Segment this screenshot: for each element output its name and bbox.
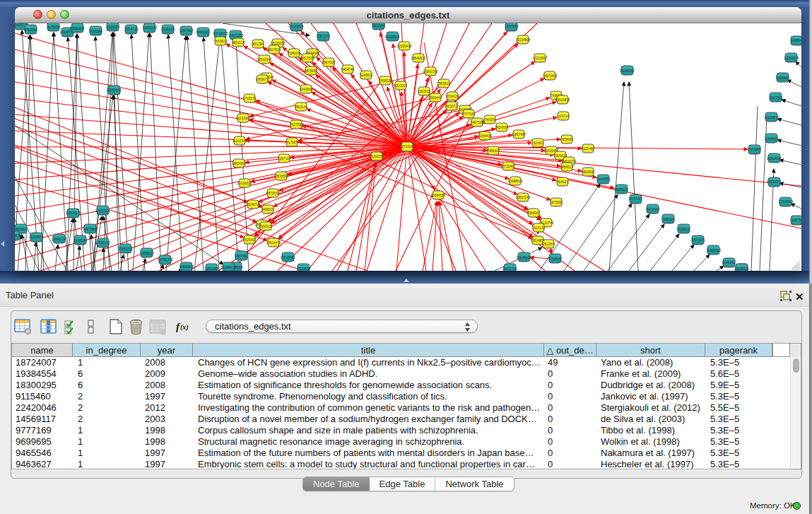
- svg-text:16046738: 16046738: [246, 203, 261, 206]
- svg-text:17016504: 17016504: [779, 200, 794, 204]
- svg-text:9782554: 9782554: [24, 28, 37, 32]
- svg-text:16033809: 16033809: [289, 25, 304, 28]
- svg-text:16914479: 16914479: [266, 241, 281, 245]
- svg-text:19916898: 19916898: [555, 98, 570, 102]
- svg-text:9457791: 9457791: [235, 255, 248, 258]
- svg-text:8427552: 8427552: [290, 123, 303, 127]
- svg-text:7625402: 7625402: [243, 238, 257, 242]
- svg-text:16398420: 16398420: [221, 266, 236, 269]
- svg-text:1640954: 1640954: [597, 177, 611, 181]
- svg-text:891295: 891295: [252, 42, 264, 46]
- svg-text:2867608: 2867608: [322, 61, 336, 64]
- svg-text:8395625: 8395625: [259, 225, 273, 228]
- svg-text:1698646: 1698646: [791, 39, 801, 42]
- svg-text:1527602: 1527602: [180, 29, 194, 33]
- svg-text:9327508: 9327508: [301, 57, 314, 60]
- svg-text:9777169: 9777169: [462, 112, 476, 116]
- svg-text:8186328: 8186328: [288, 52, 301, 55]
- svg-text:16543342: 16543342: [257, 58, 272, 62]
- svg-text:10654112: 10654112: [707, 249, 722, 252]
- svg-text:116753: 116753: [792, 218, 801, 222]
- svg-text:1362615: 1362615: [418, 90, 431, 93]
- svg-text:25300253: 25300253: [370, 155, 384, 158]
- svg-text:10958107: 10958107: [140, 252, 155, 255]
- svg-text:17353924: 17353924: [95, 209, 110, 213]
- svg-text:16154808: 16154808: [516, 38, 531, 42]
- svg-text:12842737: 12842737: [52, 238, 66, 241]
- svg-text:1145194: 1145194: [74, 239, 87, 243]
- svg-text:7955812: 7955812: [437, 82, 451, 86]
- svg-text:9329966: 9329966: [776, 76, 789, 80]
- svg-text:2087682: 2087682: [505, 25, 519, 28]
- svg-text:252254: 252254: [543, 243, 554, 246]
- svg-text:3267110: 3267110: [278, 157, 290, 160]
- svg-text:9474444: 9474444: [647, 208, 660, 211]
- svg-text:18640910: 18640910: [411, 57, 426, 60]
- svg-text:19166825: 19166825: [237, 182, 252, 185]
- svg-text:10671355: 10671355: [229, 34, 244, 37]
- svg-text:2935114: 2935114: [661, 218, 674, 221]
- svg-text:9146821: 9146821: [360, 74, 373, 77]
- svg-text:7663822: 7663822: [214, 40, 228, 43]
- svg-text:(x): (x): [180, 323, 189, 332]
- svg-text:1292346: 1292346: [205, 267, 218, 271]
- svg-text:9084067: 9084067: [527, 211, 541, 215]
- svg-text:2195119: 2195119: [162, 28, 175, 31]
- svg-text:9227342: 9227342: [770, 96, 783, 100]
- svg-text:9245652: 9245652: [722, 261, 736, 264]
- svg-text:1244419: 1244419: [765, 137, 779, 141]
- svg-text:7357274: 7357274: [317, 35, 330, 38]
- svg-text:12093872: 12093872: [765, 116, 779, 119]
- svg-text:835061: 835061: [16, 228, 27, 231]
- svg-text:10719155: 10719155: [213, 32, 228, 35]
- svg-text:8215955: 8215955: [748, 148, 762, 151]
- svg-text:12505135: 12505135: [95, 241, 110, 245]
- svg-text:20364436: 20364436: [478, 134, 493, 138]
- svg-text:23226058: 23226058: [271, 42, 286, 45]
- svg-text:1615132: 1615132: [532, 226, 546, 230]
- svg-text:6466160: 6466160: [196, 30, 210, 34]
- svg-text:6734028: 6734028: [446, 95, 459, 98]
- svg-text:8471676: 8471676: [692, 238, 705, 242]
- svg-text:15716485: 15716485: [281, 256, 295, 259]
- svg-text:3498222: 3498222: [261, 208, 275, 211]
- svg-text:10653267: 10653267: [143, 26, 158, 30]
- svg-text:7986322: 7986322: [487, 149, 500, 153]
- svg-text:18724007: 18724007: [400, 145, 415, 148]
- svg-text:16830901: 16830901: [180, 265, 194, 269]
- svg-text:9827502: 9827502: [268, 48, 281, 52]
- svg-text:16648784: 16648784: [620, 69, 635, 73]
- svg-text:1554710: 1554710: [125, 28, 139, 31]
- svg-text:1959077: 1959077: [256, 78, 269, 81]
- svg-text:129714: 129714: [558, 115, 569, 118]
- svg-text:16472731: 16472731: [502, 267, 517, 271]
- svg-text:20053346: 20053346: [107, 88, 122, 92]
- svg-text:1733426: 1733426: [548, 257, 562, 261]
- svg-text:20691406: 20691406: [70, 27, 85, 30]
- svg-text:9899695: 9899695: [582, 170, 595, 174]
- svg-text:746266: 746266: [484, 118, 495, 122]
- svg-text:16210643: 16210643: [767, 157, 782, 160]
- svg-text:8813054: 8813054: [372, 24, 386, 28]
- svg-text:3660124: 3660124: [232, 41, 245, 45]
- svg-text:2803144: 2803144: [295, 105, 308, 109]
- svg-text:1632084: 1632084: [89, 30, 102, 33]
- svg-text:14136141: 14136141: [517, 256, 531, 259]
- svg-text:10975867: 10975867: [83, 228, 98, 231]
- svg-text:19384554: 19384554: [431, 194, 446, 197]
- svg-text:9866513: 9866513: [560, 165, 574, 169]
- svg-text:8322037: 8322037: [394, 84, 408, 88]
- svg-text:1328807: 1328807: [735, 267, 748, 271]
- svg-text:10973493: 10973493: [543, 74, 558, 78]
- svg-text:9272975: 9272975: [15, 234, 21, 238]
- svg-text:3624554: 3624554: [495, 126, 509, 129]
- svg-text:16107554: 16107554: [233, 139, 247, 143]
- svg-text:62160: 62160: [533, 141, 542, 145]
- svg-text:15720407: 15720407: [501, 165, 516, 168]
- svg-text:13533594: 13533594: [274, 175, 289, 178]
- svg-text:15692971: 15692971: [767, 180, 782, 184]
- svg-text:1588520: 1588520: [379, 79, 392, 83]
- svg-text:16782759: 16782759: [158, 258, 173, 262]
- svg-text:1975692: 1975692: [550, 201, 563, 204]
- svg-text:8990443: 8990443: [429, 96, 442, 100]
